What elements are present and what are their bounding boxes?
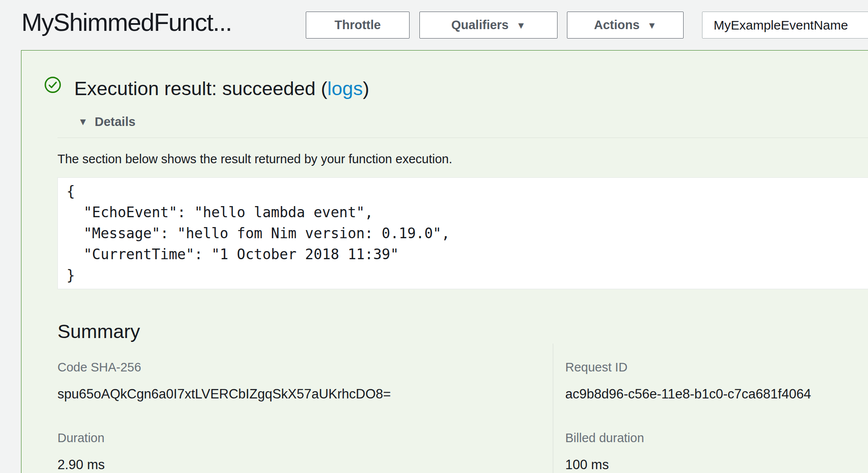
execution-result-heading: Execution result: succeeded (logs) [74,78,369,100]
qualifiers-button-label: Qualifiers [451,18,509,32]
throttle-button[interactable]: Throttle [306,12,410,39]
summary-field-label: Billed duration [565,429,644,446]
summary-field-code-sha256: Code SHA-256 spu65oAQkCgn6a0I7xtLVERCbIZ… [57,359,391,403]
summary-field-label: Code SHA-256 [57,359,391,376]
summary-field-value: spu65oAQkCgn6a0I7xtLVERCbIZgqSkX57aUKrhc… [57,386,391,403]
result-json-output: { "EchoEvent": "hello lambda event", "Me… [57,177,868,289]
lambda-console-screen: MyShimmedFunct... Throttle Qualifiers ▼ … [0,0,868,473]
summary-field-duration: Duration 2.90 ms [57,429,105,473]
summary-field-value: 2.90 ms [57,456,105,473]
success-check-icon [44,76,61,93]
qualifiers-button[interactable]: Qualifiers ▼ [419,12,558,39]
actions-button-label: Actions [594,18,639,32]
triangle-down-icon: ▼ [78,117,88,127]
page-title: MyShimmedFunct... [21,8,232,36]
details-toggle[interactable]: ▼ Details [78,115,136,129]
test-event-selector-value: MyExampleEventName [714,18,848,33]
summary-field-billed-duration: Billed duration 100 ms [565,429,644,473]
summary-field-value: ac9b8d96-c56e-11e8-b1c0-c7ca681f4064 [565,386,811,403]
summary-field-label: Duration [57,429,105,446]
summary-heading: Summary [57,320,140,343]
details-toggle-label: Details [95,115,136,129]
actions-button[interactable]: Actions ▼ [567,12,684,39]
summary-field-value: 100 ms [565,456,644,473]
execution-result-text-close: ) [363,78,369,99]
execution-result-text: Execution result: succeeded ( [74,78,327,99]
summary-column-divider [553,344,553,473]
result-description: The section below shows the result retur… [57,152,452,166]
chevron-down-icon: ▼ [647,21,657,30]
summary-field-request-id: Request ID ac9b8d96-c56e-11e8-b1c0-c7ca6… [565,359,811,403]
summary-field-label: Request ID [565,359,811,376]
throttle-button-label: Throttle [335,18,381,32]
test-event-selector[interactable]: MyExampleEventName [702,12,868,39]
logs-link[interactable]: logs [327,78,363,99]
execution-result-panel: Execution result: succeeded (logs) ▼ Det… [21,50,868,473]
details-divider [57,138,868,138]
chevron-down-icon: ▼ [516,21,526,30]
